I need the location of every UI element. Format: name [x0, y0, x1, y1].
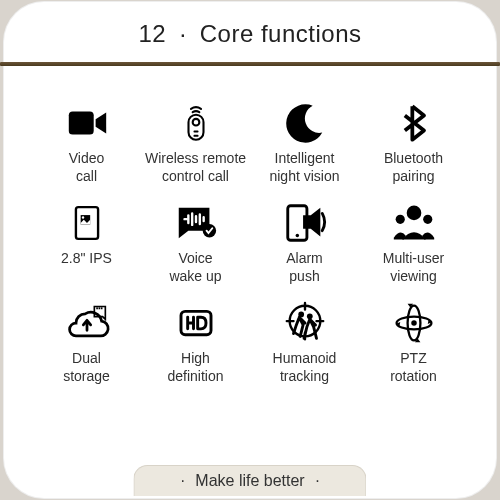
footer-text: Make life better: [195, 472, 304, 489]
header-title: Core functions: [200, 20, 362, 47]
header-separator: ·: [173, 20, 192, 47]
features-grid: Video call Wireless remote control call …: [4, 96, 496, 386]
feature-dual-storage: Dual storage: [32, 296, 141, 386]
wireless-remote-icon: [166, 96, 226, 150]
video-call-icon: [57, 96, 117, 150]
header-number: 12: [139, 20, 167, 47]
footer-separator-left: ·: [174, 472, 190, 489]
feature-video-call: Video call: [32, 96, 141, 186]
alarm-push-icon: [275, 196, 335, 250]
feature-label: 2.8" IPS: [61, 250, 112, 286]
svg-point-7: [81, 216, 83, 218]
svg-point-2: [192, 119, 199, 126]
footer-separator-right: ·: [309, 472, 325, 489]
svg-rect-4: [193, 135, 198, 137]
dual-storage-icon: [57, 296, 117, 350]
feature-label: Video call: [69, 150, 105, 186]
svg-point-11: [406, 206, 421, 221]
feature-label: Intelligent night vision: [269, 150, 339, 186]
svg-point-10: [295, 234, 298, 237]
feature-wireless-remote: Wireless remote control call: [141, 96, 250, 186]
feature-ptz-rotation: PTZ rotation: [359, 296, 468, 386]
feature-label: PTZ rotation: [390, 350, 437, 386]
feature-multi-user: Multi-user viewing: [359, 196, 468, 286]
voice-wakeup-icon: [166, 196, 226, 250]
svg-rect-0: [68, 112, 93, 135]
svg-point-12: [395, 215, 404, 224]
ips-screen-icon: [57, 196, 117, 250]
feature-label: Bluetooth pairing: [384, 150, 443, 186]
feature-card: 12 · Core functions Video call Wireless …: [4, 2, 496, 498]
feature-hd: High definition: [141, 296, 250, 386]
feature-label: Voice wake up: [169, 250, 221, 286]
feature-voice-wakeup: Voice wake up: [141, 196, 250, 286]
feature-label: Alarm push: [286, 250, 323, 286]
bluetooth-icon: [384, 96, 444, 150]
feature-label: Dual storage: [63, 350, 110, 386]
multi-user-icon: [384, 196, 444, 250]
svg-point-13: [423, 215, 432, 224]
svg-point-20: [411, 320, 417, 326]
svg-rect-3: [193, 131, 198, 133]
feature-label: Humanoid tracking: [273, 350, 337, 386]
feature-bluetooth: Bluetooth pairing: [359, 96, 468, 186]
night-vision-icon: [275, 96, 335, 150]
feature-label: Multi-user viewing: [383, 250, 444, 286]
feature-label: Wireless remote control call: [145, 150, 246, 186]
card-header: 12 · Core functions: [4, 20, 496, 64]
hd-icon: [166, 296, 226, 350]
humanoid-tracking-icon: [275, 296, 335, 350]
feature-ips-screen: 2.8" IPS: [32, 196, 141, 286]
footer-tagline: · Make life better ·: [133, 465, 366, 496]
header-divider: [0, 62, 500, 66]
ptz-rotation-icon: [384, 296, 444, 350]
feature-night-vision: Intelligent night vision: [250, 96, 359, 186]
feature-humanoid-tracking: Humanoid tracking: [250, 296, 359, 386]
feature-alarm-push: Alarm push: [250, 196, 359, 286]
feature-label: High definition: [167, 350, 223, 386]
